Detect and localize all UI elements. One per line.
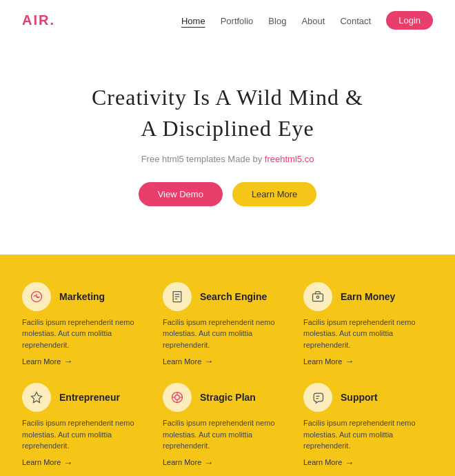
hero-buttons: View Demo Learn More [28,182,427,206]
hero-subtitle-prefix: Free html5 templates Made by [141,154,265,164]
support-desc: Facilis ipsum reprehenderit nemo molesti… [303,417,433,452]
features-section: Marketing Facilis ipsum reprehenderit ne… [0,255,455,476]
earn-money-learn-more[interactable]: Learn More → [303,356,433,366]
stragic-plan-learn-more[interactable]: Learn More → [163,457,292,468]
nav-link-about[interactable]: About [301,16,325,26]
login-button[interactable]: Login [386,11,433,30]
nav-item-about[interactable]: About [301,14,325,27]
feature-card-support: Support Facilis ipsum reprehenderit nemo… [303,383,433,468]
search-engine-link-text: Learn More [163,357,201,366]
nav-link-portfolio[interactable]: Portfolio [221,16,254,26]
entrepreneur-desc: Facilis ipsum reprehenderit nemo molesti… [22,417,152,452]
entrepreneur-icon-wrap [22,383,51,412]
logo-dot: . [50,12,55,28]
nav-link-blog[interactable]: Blog [268,16,286,26]
feature-header-support: Support [303,383,433,412]
marketing-desc: Facilis ipsum reprehenderit nemo molesti… [22,317,152,351]
support-arrow-icon: → [345,457,354,468]
marketing-arrow-icon: → [63,356,72,366]
hero-title-line2: A Disciplined Eye [141,116,314,141]
learn-more-button[interactable]: Learn More [232,182,316,206]
earn-money-icon-wrap [303,282,332,311]
hero-title: Creativity Is A Wild Mind & A Discipline… [28,82,427,144]
search-engine-icon [170,290,184,304]
nav-item-portfolio[interactable]: Portfolio [221,14,254,27]
nav-links: Home Portfolio Blog About Contact Login [181,11,433,30]
stragic-plan-link-text: Learn More [163,458,201,466]
stragic-plan-icon-wrap [163,383,192,412]
feature-header-marketing: Marketing [22,282,152,311]
hero-title-line1: Creativity Is A Wild Mind & [92,85,363,110]
hero-subtitle-link[interactable]: freehtml5.co [265,154,314,164]
feature-card-search-engine: Search Engine Facilis ipsum reprehenderi… [163,282,292,367]
svg-rect-5 [313,293,323,301]
support-icon [311,390,325,404]
hero-subtitle: Free html5 templates Made by freehtml5.c… [28,154,427,164]
svg-point-8 [175,395,180,400]
search-engine-title: Search Engine [200,291,267,302]
feature-card-marketing: Marketing Facilis ipsum reprehenderit ne… [22,282,152,367]
stragic-plan-arrow-icon: → [204,457,213,468]
earn-money-icon [311,290,325,304]
feature-card-earn-money: Earn Money Facilis ipsum reprehenderit n… [303,282,433,367]
support-learn-more[interactable]: Learn More → [303,457,433,468]
entrepreneur-learn-more[interactable]: Learn More → [22,457,152,468]
nav-item-blog[interactable]: Blog [268,14,286,27]
nav-link-contact[interactable]: Contact [340,16,371,26]
marketing-icon [30,290,43,304]
nav-link-home[interactable]: Home [181,16,205,26]
stragic-plan-desc: Facilis ipsum reprehenderit nemo molesti… [163,417,292,452]
entrepreneur-title: Entrepreneur [59,392,120,403]
entrepreneur-arrow-icon: → [63,457,72,468]
svg-point-6 [316,296,318,298]
nav-item-login[interactable]: Login [386,11,433,30]
marketing-title: Marketing [59,291,105,302]
earn-money-desc: Facilis ipsum reprehenderit nemo molesti… [303,317,433,351]
stragic-plan-icon [170,390,184,404]
earn-money-title: Earn Money [341,291,395,302]
feature-header-entrepreneur: Entrepreneur [22,383,152,412]
hero-section: Creativity Is A Wild Mind & A Discipline… [0,41,455,255]
feature-header-search-engine: Search Engine [163,282,292,311]
features-grid: Marketing Facilis ipsum reprehenderit ne… [22,282,433,468]
feature-card-entrepreneur: Entrepreneur Facilis ipsum reprehenderit… [22,383,152,468]
search-engine-desc: Facilis ipsum reprehenderit nemo molesti… [163,317,292,351]
entrepreneur-link-text: Learn More [22,458,61,466]
logo[interactable]: AIR. [22,12,55,28]
view-demo-button[interactable]: View Demo [139,182,223,206]
support-title: Support [341,392,378,403]
feature-header-earn-money: Earn Money [303,282,433,311]
feature-header-stragic-plan: Stragic Plan [163,383,292,412]
navbar: AIR. Home Portfolio Blog About Contact L… [0,0,455,41]
earn-money-link-text: Learn More [303,357,342,366]
search-engine-icon-wrap [163,282,192,311]
feature-card-stragic-plan: Stragic Plan Facilis ipsum reprehenderit… [163,383,292,468]
stragic-plan-title: Stragic Plan [200,392,256,403]
search-engine-learn-more[interactable]: Learn More → [163,356,292,366]
nav-item-home[interactable]: Home [181,14,205,27]
search-engine-arrow-icon: → [204,356,213,366]
entrepreneur-icon [30,390,43,404]
logo-text: AIR [22,12,50,28]
support-icon-wrap [303,383,332,412]
marketing-link-text: Learn More [22,357,61,366]
nav-item-contact[interactable]: Contact [340,14,371,27]
support-link-text: Learn More [303,458,342,466]
earn-money-arrow-icon: → [345,356,354,366]
marketing-icon-wrap [22,282,51,311]
marketing-learn-more[interactable]: Learn More → [22,356,152,366]
